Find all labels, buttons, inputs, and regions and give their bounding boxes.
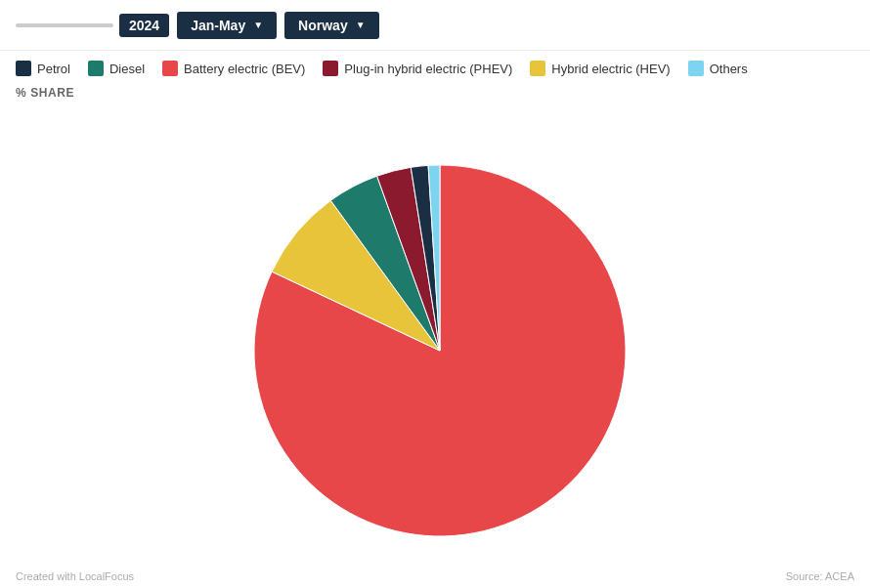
legend-swatch-2	[162, 61, 178, 76]
footer: Created with LocalFocus Source: ACEA	[16, 570, 854, 582]
legend-swatch-0	[16, 61, 31, 76]
country-dropdown[interactable]: Norway ▼	[284, 12, 378, 39]
legend-item-4: Hybrid electric (HEV)	[530, 61, 670, 76]
footer-right: Source: ACEA	[786, 570, 854, 582]
legend-item-5: Others	[688, 61, 748, 76]
period-chevron-icon: ▼	[253, 20, 263, 30]
toolbar: 2024 Jan-May ▼ Norway ▼	[0, 0, 870, 51]
pie-chart	[0, 136, 870, 566]
legend-swatch-4	[530, 61, 545, 76]
legend-label-4: Hybrid electric (HEV)	[551, 62, 670, 76]
year-badge: 2024	[119, 14, 169, 37]
footer-left: Created with LocalFocus	[16, 570, 134, 582]
legend-swatch-1	[88, 61, 104, 76]
legend-swatch-5	[688, 61, 704, 76]
country-chevron-icon: ▼	[356, 20, 366, 30]
legend-item-0: Petrol	[16, 61, 70, 76]
legend-label-0: Petrol	[37, 62, 70, 76]
period-dropdown[interactable]: Jan-May ▼	[177, 12, 277, 39]
legend-label-1: Diesel	[109, 62, 145, 76]
legend-swatch-3	[323, 61, 338, 76]
legend: PetrolDieselBattery electric (BEV)Plug-i…	[0, 51, 870, 80]
legend-label-3: Plug-in hybrid electric (PHEV)	[344, 62, 512, 76]
chart-area	[0, 104, 870, 588]
legend-item-2: Battery electric (BEV)	[162, 61, 305, 76]
legend-label-2: Battery electric (BEV)	[184, 62, 305, 76]
year-control: 2024	[16, 14, 169, 37]
country-label: Norway	[298, 18, 348, 33]
period-label: Jan-May	[191, 18, 245, 33]
legend-label-5: Others	[710, 62, 748, 76]
legend-item-3: Plug-in hybrid electric (PHEV)	[323, 61, 512, 76]
main-content: PetrolDieselBattery electric (BEV)Plug-i…	[0, 51, 870, 588]
legend-item-1: Diesel	[88, 61, 145, 76]
share-label: % SHARE	[0, 80, 870, 104]
year-slider-track[interactable]	[16, 23, 113, 27]
